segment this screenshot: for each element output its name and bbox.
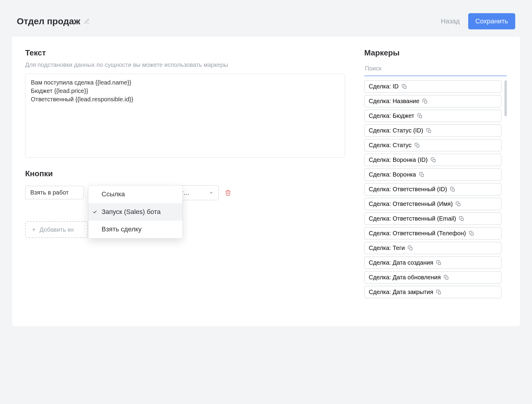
svg-rect-6: [417, 145, 419, 147]
marker-label: Сделка: ID: [369, 83, 399, 90]
copy-icon: [436, 260, 442, 266]
scrollbar-thumb[interactable]: [504, 80, 507, 116]
pencil-icon[interactable]: [84, 18, 90, 24]
marker-label: Сделка: Ответственный (Email): [369, 215, 456, 222]
chevron-down-icon: [209, 190, 214, 195]
svg-rect-14: [438, 262, 441, 265]
svg-rect-5: [428, 130, 431, 132]
copy-icon: [456, 201, 461, 207]
button-label-input[interactable]: [25, 186, 84, 199]
dropdown-item-label: Взять сделку: [102, 225, 141, 233]
svg-rect-11: [461, 218, 463, 221]
copy-icon: [402, 84, 407, 89]
marker-item[interactable]: Сделка: Теги: [364, 242, 501, 254]
svg-rect-9: [452, 189, 454, 191]
dropdown-item-label: Ссылка: [102, 190, 125, 198]
marker-item[interactable]: Сделка: Название: [364, 95, 501, 107]
copy-icon: [408, 245, 413, 251]
marker-label: Сделка: Ответственный (Телефон): [369, 230, 466, 237]
svg-rect-4: [419, 115, 422, 118]
text-section-title: Текст: [25, 47, 345, 58]
svg-rect-7: [433, 159, 435, 162]
marker-label: Сделка: Воронка: [369, 171, 416, 178]
copy-icon: [415, 143, 420, 148]
svg-rect-12: [471, 233, 473, 235]
text-section-hint: Для подстановки данных по сущности вы мо…: [25, 61, 345, 69]
marker-item[interactable]: Сделка: Дата создания: [364, 257, 501, 269]
copy-icon: [426, 128, 432, 133]
marker-label: Сделка: Бюджет: [369, 112, 414, 119]
svg-rect-8: [421, 174, 423, 177]
marker-label: Сделка: Воронка (ID): [369, 156, 428, 163]
copy-icon: [431, 157, 436, 163]
marker-label: Сделка: Название: [369, 98, 419, 105]
copy-icon: [469, 231, 474, 236]
svg-rect-13: [410, 248, 412, 250]
copy-icon: [450, 187, 455, 192]
delete-button-icon[interactable]: [225, 189, 231, 196]
page-title: Отдел продаж: [17, 15, 80, 28]
marker-item[interactable]: Сделка: Воронка: [364, 168, 501, 181]
marker-item[interactable]: Сделка: Ответственный (ID): [364, 183, 501, 195]
svg-rect-3: [424, 101, 427, 103]
dropdown-item[interactable]: Ссылка: [88, 186, 182, 203]
svg-rect-16: [438, 292, 441, 294]
marker-item[interactable]: Сделка: Статус (ID): [364, 124, 501, 137]
svg-rect-2: [403, 86, 406, 88]
marker-label: Сделка: Статус (ID): [369, 127, 423, 134]
dropdown-item[interactable]: Запуск (Sales) бота: [88, 203, 182, 221]
svg-rect-10: [458, 203, 460, 206]
add-button[interactable]: Добавить кн: [25, 221, 88, 238]
save-button[interactable]: Сохранить: [468, 13, 515, 29]
copy-icon: [459, 216, 464, 221]
markers-search-input[interactable]: [364, 62, 507, 76]
marker-label: Сделка: Ответственный (ID): [369, 186, 447, 193]
copy-icon: [444, 275, 449, 280]
marker-label: Сделка: Теги: [369, 245, 405, 251]
copy-icon: [419, 172, 424, 177]
marker-item[interactable]: Сделка: Ответственный (Email): [364, 212, 501, 225]
marker-item[interactable]: Сделка: ID: [364, 80, 501, 93]
action-dropdown: СсылкаЗапуск (Sales) ботаВзять сделку: [88, 185, 183, 239]
marker-list: Сделка: IDСделка: НазваниеСделка: Бюджет…: [364, 80, 501, 308]
back-link[interactable]: Назад: [441, 17, 460, 26]
copy-icon: [422, 99, 428, 104]
dropdown-item-label: Запуск (Sales) бота: [102, 208, 161, 215]
page-header: Отдел продаж Назад Сохранить: [0, 0, 532, 37]
check-icon: [93, 209, 97, 214]
marker-item[interactable]: Сделка: Бюджет: [364, 110, 501, 122]
marker-label: Сделка: Дата обновления: [369, 274, 441, 281]
add-button-label: Добавить кн: [40, 225, 74, 234]
message-textarea[interactable]: [25, 74, 345, 158]
svg-rect-15: [446, 277, 448, 279]
marker-item[interactable]: Сделка: Ответственный (Имя): [364, 198, 501, 210]
marker-label: Сделка: Статус: [369, 142, 412, 149]
markers-wrap: Сделка: IDСделка: НазваниеСделка: Бюджет…: [364, 76, 507, 308]
marker-item[interactable]: Сделка: Ответственный (Телефон): [364, 227, 501, 239]
dropdown-item[interactable]: Взять сделку: [88, 221, 182, 238]
main-panel: Текст Для подстановки данных по сущности…: [12, 37, 520, 326]
marker-label: Сделка: Ответственный (Имя): [369, 201, 453, 207]
copy-icon: [417, 113, 423, 119]
marker-label: Сделка: Дата закрытия: [369, 289, 433, 296]
marker-item[interactable]: Сделка: Воронка (ID): [364, 154, 501, 166]
copy-icon: [436, 290, 442, 295]
title-wrap: Отдел продаж: [17, 15, 90, 28]
markers-title: Маркеры: [364, 47, 507, 58]
markers-scrollbar[interactable]: [504, 80, 507, 308]
marker-item[interactable]: Сделка: Дата обновления: [364, 271, 501, 284]
buttons-section-title: Кнопки: [25, 168, 345, 179]
button-row: СсылкаЗапуск (Sales) ботаВзять сделку би…: [25, 185, 345, 200]
marker-item[interactable]: Сделка: Дата закрытия: [364, 286, 501, 298]
marker-item[interactable]: Сделка: Статус: [364, 139, 501, 151]
right-column: Маркеры Сделка: IDСделка: НазваниеСделка…: [364, 47, 507, 308]
marker-label: Сделка: Дата создания: [369, 259, 433, 266]
header-actions: Назад Сохранить: [441, 13, 515, 29]
left-column: Текст Для подстановки данных по сущности…: [25, 47, 345, 308]
plus-icon: [31, 227, 37, 232]
